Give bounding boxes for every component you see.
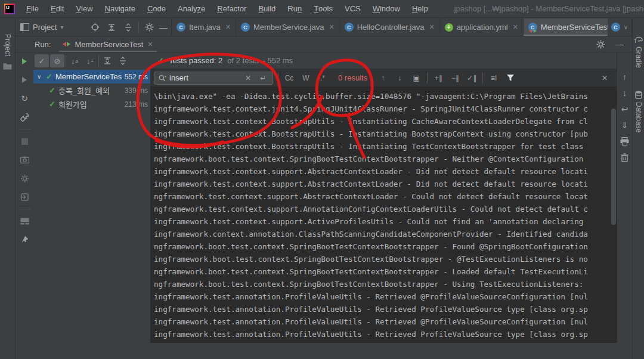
test-tree-row[interactable]: ∨✓MemberServiceTest (j552 ms	[33, 70, 150, 83]
collapse-all-button[interactable]	[116, 54, 130, 67]
layout-settings-icon[interactable]	[18, 215, 31, 228]
soft-wrap-button[interactable]: ↩	[621, 105, 628, 113]
sidebar-item-gradle[interactable]: Gradle	[634, 36, 643, 68]
coverage-settings-gear-icon[interactable]	[18, 172, 31, 185]
locate-file-button[interactable]	[88, 21, 101, 34]
console-output[interactable]: \bin\java.exe" -ea -Didea.test.cyclic.bu…	[150, 87, 617, 343]
close-icon[interactable]: ✕	[225, 23, 231, 31]
show-passed-button[interactable]: ✓	[35, 54, 49, 67]
intellij-window: IJ FileEditViewNavigateCodeAnalyzeRefact…	[0, 0, 644, 359]
exclude-filter-button[interactable]: −∥	[449, 72, 461, 84]
include-filter-button[interactable]: ✓∥	[466, 72, 478, 84]
chevron-down-icon[interactable]: ∨	[37, 73, 43, 80]
print-button[interactable]	[620, 137, 629, 146]
menu-item-window[interactable]: Window	[367, 0, 406, 17]
show-ignored-button[interactable]: ⊘	[50, 54, 64, 67]
toggle-auto-test-button[interactable]: ↻	[18, 92, 31, 105]
menu-item-edit[interactable]: Edit	[45, 0, 70, 17]
console-line: ingframework.test.annotation.ProfileValu…	[154, 290, 617, 303]
import-test-results-icon[interactable]	[18, 190, 31, 203]
clear-search-icon[interactable]: ✕	[242, 72, 254, 84]
menu-item-view[interactable]: View	[70, 0, 98, 17]
sidebar-item-project[interactable]: Project	[4, 34, 12, 56]
project-panel-header[interactable]: Project ▾ —	[16, 18, 172, 36]
menu-item-help[interactable]: Help	[406, 0, 434, 17]
search-field[interactable]: ✕ ↵	[154, 72, 273, 85]
run-tab[interactable]: MemberServiceTest ✕	[59, 36, 156, 52]
favorites-folder-icon[interactable]	[3, 62, 12, 70]
sidebar-item-database[interactable]: Database	[634, 91, 643, 132]
close-icon[interactable]: ✕	[429, 23, 434, 31]
search-results-count: 0 results	[338, 73, 367, 82]
test-class-icon: C	[528, 23, 537, 32]
run-left-toolbar: ↻	[16, 52, 33, 343]
search-input[interactable]	[169, 73, 239, 82]
toolbar-separator	[427, 73, 428, 83]
editor-tab-memberservicetest-java[interactable]: CMemberServiceTest.java✕	[524, 18, 608, 36]
menu-item-build[interactable]: Build	[252, 0, 281, 17]
hidden-tabs-chevron-icon[interactable]: ∨	[624, 24, 628, 30]
select-all-occurrences-button[interactable]: ▣	[410, 72, 422, 84]
console-line: ingframework.test.context.BootstrapUtils…	[154, 140, 617, 153]
next-occurrence-button[interactable]: ↓	[394, 72, 405, 84]
console-line: ingframework.test.annotation.ProfileValu…	[154, 303, 617, 315]
expand-all-button[interactable]	[105, 21, 118, 34]
thread-dump-camera-icon[interactable]	[18, 153, 31, 166]
console-line: ingframework.test.context.support.Abstra…	[154, 165, 617, 178]
test-tree-row[interactable]: ✓중복_회원_예외339 ms	[33, 83, 150, 97]
run-panel-header: Run: MemberServiceTest ✕ —	[16, 36, 632, 52]
chevron-down-icon[interactable]: ▾	[60, 24, 63, 30]
menu-item-vcs[interactable]: VCS	[339, 0, 367, 17]
toolbar-separator	[278, 73, 278, 83]
scroll-to-end-button[interactable]: ⇓	[621, 121, 628, 129]
wrench-icon[interactable]	[18, 110, 31, 123]
editor-tab-item-java[interactable]: CItem.java✕	[172, 18, 236, 36]
stop-button[interactable]	[18, 135, 31, 148]
add-filter-button[interactable]: +∥	[432, 72, 444, 84]
collapse-all-button[interactable]	[122, 21, 135, 34]
clear-console-trash-icon[interactable]	[621, 153, 628, 162]
editor-tab-hidden[interactable]: C ∨	[608, 18, 632, 36]
match-case-button[interactable]: Cc	[283, 72, 295, 84]
menu-item-code[interactable]: Code	[141, 0, 172, 17]
menu-item-run[interactable]: Run	[281, 0, 308, 17]
hide-panel-button[interactable]: —	[159, 23, 168, 32]
filter-funnel-icon[interactable]	[504, 72, 516, 84]
test-tree-row[interactable]: ✓회원가입213 ms	[33, 97, 150, 111]
prev-occurrence-button[interactable]: ↑	[377, 72, 389, 84]
words-button[interactable]: W	[300, 72, 312, 84]
rerun-failed-tests-button[interactable]	[18, 73, 31, 86]
run-panel-settings-gear-icon[interactable]	[594, 38, 607, 51]
filter-lines-icon[interactable]: ≡I	[488, 72, 500, 84]
close-search-button[interactable]: ✕	[599, 72, 611, 84]
sort-alphabetically-button[interactable]: ↓a	[67, 54, 82, 67]
close-icon[interactable]: ✕	[147, 41, 153, 48]
editor-tab-memberservice-java[interactable]: CMemberService.java✕	[236, 18, 340, 36]
editor-tab-application-yml[interactable]: ⚘application.yml✕	[440, 18, 524, 36]
expand-all-button[interactable]	[100, 54, 114, 67]
scrollbar-thumb[interactable]	[611, 109, 616, 225]
left-tool-stripe: Project	[0, 18, 16, 359]
menu-item-tools[interactable]: Tools	[308, 0, 339, 17]
test-name: 회원가입	[58, 98, 87, 110]
menu-item-file[interactable]: File	[20, 0, 45, 17]
pin-icon[interactable]	[18, 233, 31, 246]
tests-passed-detail: of 2 tests – 552 ms	[227, 56, 293, 65]
hide-panel-button[interactable]: —	[615, 40, 624, 48]
close-icon[interactable]: ✕	[329, 23, 334, 31]
gear-icon[interactable]	[143, 21, 156, 34]
editor-tab-hellocontroller-java[interactable]: CHelloController.java✕	[340, 18, 440, 36]
sort-by-duration-button[interactable]: ↓≡	[83, 54, 97, 67]
regex-button[interactable]: .*	[317, 72, 329, 84]
test-duration: 339 ms	[125, 86, 148, 95]
rerun-tests-button[interactable]	[18, 55, 31, 68]
menu-item-analyze[interactable]: Analyze	[172, 0, 211, 17]
close-icon[interactable]: ✕	[513, 23, 518, 31]
newline-icon[interactable]: ↵	[257, 72, 269, 84]
menu-item-navigate[interactable]: Navigate	[99, 0, 141, 17]
right-tool-stripe: Gradle Database	[632, 18, 644, 359]
scroll-up-button[interactable]: ↑	[623, 73, 627, 81]
console-line: ingframework.test.context.junit4.SpringJ…	[154, 103, 617, 115]
scroll-down-button[interactable]: ↓	[623, 89, 627, 97]
menu-item-refactor[interactable]: Refactor	[211, 0, 252, 17]
